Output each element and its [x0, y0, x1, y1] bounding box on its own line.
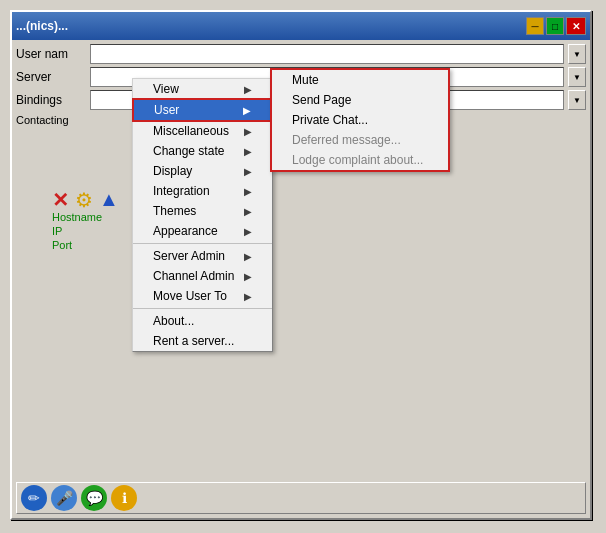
menu-label-appearance: Appearance	[153, 224, 218, 238]
submenu-label-lodge: Lodge complaint about...	[292, 153, 423, 167]
title-buttons: ✕	[566, 17, 586, 35]
menu-item-server-admin[interactable]: Server Admin ▶	[133, 246, 272, 266]
submenu-label-private-chat: Private Chat...	[292, 113, 368, 127]
arrow-move-user: ▶	[244, 291, 252, 302]
username-row: User nam ▼	[16, 44, 586, 64]
server-label: Server	[16, 70, 86, 84]
arrow-icon: ▲	[99, 188, 119, 212]
close-button[interactable]: ✕	[566, 17, 586, 35]
menu-item-display[interactable]: Display ▶	[133, 161, 272, 181]
submenu-label-mute: Mute	[292, 73, 319, 87]
hostname-label: Hostname	[52, 211, 102, 223]
arrow-miscellaneous: ▶	[244, 126, 252, 137]
submenu-item-mute[interactable]: Mute	[272, 70, 448, 90]
user-submenu: Mute Send Page Private Chat... Deferred …	[270, 68, 450, 172]
bindings-label: Bindings	[16, 93, 86, 107]
arrow-view: ▶	[244, 84, 252, 95]
action-icons: ✕ ⚙ ▲	[52, 188, 119, 212]
separator-2	[133, 308, 272, 309]
title-text: ...(nics)...	[16, 19, 526, 33]
connection-info: Hostname IP Port	[52, 210, 102, 252]
menu-label-display: Display	[153, 164, 192, 178]
extra-icon2: □	[546, 17, 564, 35]
arrow-server-admin: ▶	[244, 251, 252, 262]
microphone-button[interactable]: 🎤	[51, 485, 77, 511]
menu-item-about[interactable]: About...	[133, 311, 272, 331]
menu-item-channel-admin[interactable]: Channel Admin ▶	[133, 266, 272, 286]
submenu-item-lodge[interactable]: Lodge complaint about...	[272, 150, 448, 170]
menu-item-miscellaneous[interactable]: Miscellaneous ▶	[133, 121, 272, 141]
menu-item-view[interactable]: View ▶	[133, 79, 272, 99]
arrow-appearance: ▶	[244, 226, 252, 237]
ip-label: IP	[52, 225, 62, 237]
submenu-item-send-page[interactable]: Send Page	[272, 90, 448, 110]
menu-label-move-user: Move User To	[153, 289, 227, 303]
bindings-dropdown[interactable]: ▼	[568, 90, 586, 110]
menu-label-change-state: Change state	[153, 144, 224, 158]
separator-1	[133, 243, 272, 244]
title-bar: ...(nics)... ─ □ ✕	[12, 12, 590, 40]
arrow-themes: ▶	[244, 206, 252, 217]
main-context-menu: View ▶ User ▶ Miscellaneous ▶ Change sta…	[132, 78, 273, 352]
menu-item-rent[interactable]: Rent a server...	[133, 331, 272, 351]
menu-item-appearance[interactable]: Appearance ▶	[133, 221, 272, 241]
menu-label-channel-admin: Channel Admin	[153, 269, 234, 283]
gear-icon: ⚙	[75, 188, 93, 212]
bottom-toolbar: ✏ 🎤 💬 ℹ	[16, 482, 586, 514]
arrow-user: ▶	[243, 105, 251, 116]
menu-label-server-admin: Server Admin	[153, 249, 225, 263]
window-body: User nam ▼ Server ▼ Bindings ▼ Contactin…	[12, 40, 590, 518]
menu-label-user: User	[154, 103, 179, 117]
main-window: ...(nics)... ─ □ ✕ User nam ▼ Server ▼ B…	[10, 10, 592, 520]
menu-item-user[interactable]: User ▶	[132, 98, 273, 122]
menu-item-themes[interactable]: Themes ▶	[133, 201, 272, 221]
submenu-label-deferred: Deferred message...	[292, 133, 401, 147]
submenu-item-deferred[interactable]: Deferred message...	[272, 130, 448, 150]
menu-label-themes: Themes	[153, 204, 196, 218]
chat-button[interactable]: 💬	[81, 485, 107, 511]
menu-label-integration: Integration	[153, 184, 210, 198]
arrow-integration: ▶	[244, 186, 252, 197]
menu-item-integration[interactable]: Integration ▶	[133, 181, 272, 201]
menu-item-change-state[interactable]: Change state ▶	[133, 141, 272, 161]
extra-icon1: ─	[526, 17, 544, 35]
arrow-channel-admin: ▶	[244, 271, 252, 282]
info-button[interactable]: ℹ	[111, 485, 137, 511]
menu-label-miscellaneous: Miscellaneous	[153, 124, 229, 138]
menu-label-view: View	[153, 82, 179, 96]
server-dropdown[interactable]: ▼	[568, 67, 586, 87]
username-dropdown[interactable]: ▼	[568, 44, 586, 64]
menu-item-move-user[interactable]: Move User To ▶	[133, 286, 272, 306]
submenu-item-private-chat[interactable]: Private Chat...	[272, 110, 448, 130]
menu-label-rent: Rent a server...	[153, 334, 234, 348]
username-label: User nam	[16, 47, 86, 61]
arrow-change-state: ▶	[244, 146, 252, 157]
menu-label-about: About...	[153, 314, 194, 328]
submenu-label-send-page: Send Page	[292, 93, 351, 107]
arrow-display: ▶	[244, 166, 252, 177]
x-icon: ✕	[52, 188, 69, 212]
pencil-button[interactable]: ✏	[21, 485, 47, 511]
port-label: Port	[52, 239, 72, 251]
username-input[interactable]	[90, 44, 564, 64]
